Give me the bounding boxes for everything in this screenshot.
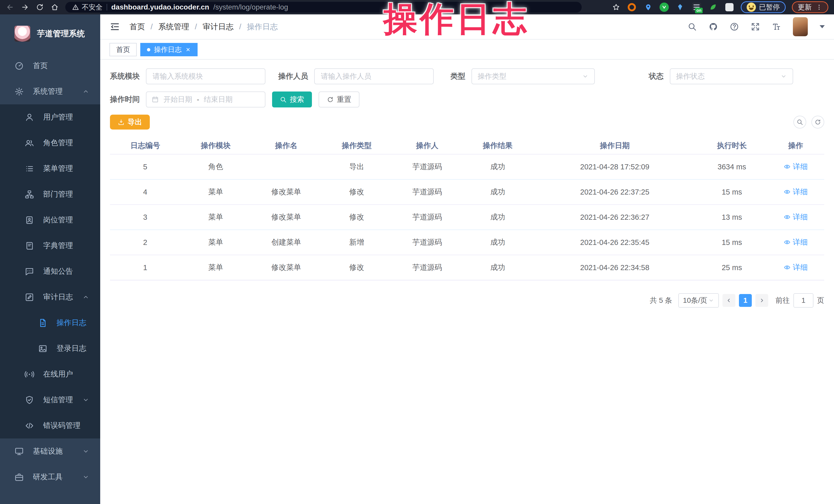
goto-page-input[interactable] [793,293,813,308]
table-cell-action: 详细 [767,154,824,179]
sidebar-item-infrastructure[interactable]: 基础设施 [0,438,100,464]
download-icon [118,119,125,126]
app-title: 芋道管理系统 [37,28,85,39]
module-label: 系统模块 [110,71,140,82]
operator-input[interactable] [314,68,434,84]
sidebar-item-online-users[interactable]: 在线用户 [0,361,100,387]
extension-orange-ring-icon[interactable] [627,2,637,12]
filter-status: 状态 操作状态 [649,68,793,84]
table-cell-duration: 25 ms [697,255,767,280]
breadcrumb-item[interactable]: 首页 [130,22,145,32]
refresh-table-button[interactable] [811,116,824,129]
breadcrumb-item[interactable]: 系统管理 [158,22,189,32]
sidebar-collapse-icon[interactable] [109,21,120,32]
table-row: 4菜单修改菜单修改芋道源码成功2021-04-26 22:37:2515 ms详… [110,179,824,204]
table-cell-action: 详细 [767,204,824,230]
sidebar-item-user-management[interactable]: 用户管理 [0,104,100,130]
table-header-row: 日志编号操作模块操作名操作类型操作人操作结果操作日期执行时长操作 [110,137,824,154]
browser-forward-icon[interactable] [21,3,29,12]
sidebar-item-system-management[interactable]: 系统管理 [0,79,100,104]
github-icon[interactable] [709,22,718,31]
extensions-puzzle-icon[interactable] [724,2,734,12]
browser-back-icon[interactable] [6,3,15,12]
browser-menu-dots-icon[interactable] [816,3,822,12]
badge-icon [25,215,36,225]
date-range-picker[interactable]: 开始日期 - 结束日期 [146,91,265,107]
sidebar-item-login-log[interactable]: 登录日志 [0,336,100,361]
sidebar-item-dept-management[interactable]: 部门管理 [0,181,100,207]
table-cell-operator: 芋道源码 [392,204,462,230]
detail-link[interactable]: 详细 [784,187,808,197]
fullscreen-icon[interactable] [751,22,760,31]
monitor-icon [15,447,25,456]
app-logo[interactable]: 芋道管理系统 [0,15,100,53]
search-icon[interactable] [687,22,697,31]
sidebar-item-label: 用户管理 [43,112,73,122]
profile-paused-chip[interactable]: 已暂停 [741,1,786,13]
sidebar-item-sms-management[interactable]: 短信管理 [0,387,100,413]
sidebar-item-notice-announcement[interactable]: 通知公告 [0,259,100,284]
sidebar-item-dict-management[interactable]: 字典管理 [0,233,100,259]
main-area: 首页/系统管理/审计日志/操作日志 首页 操作日志 [100,15,834,504]
module-input[interactable] [146,68,265,84]
next-page-button[interactable] [755,294,768,307]
export-button[interactable]: 导出 [110,115,150,130]
sidebar-item-label: 部门管理 [43,189,73,199]
chevron-up-icon [82,88,89,95]
sidebar-item-dev-tools[interactable]: 研发工具 [0,464,100,490]
operator-label: 操作人员 [278,71,308,82]
table-cell-result: 成功 [462,255,533,280]
detail-link[interactable]: 详细 [784,262,808,273]
bookmark-star-icon[interactable] [612,3,620,12]
table-cell-type: 修改 [322,179,392,204]
extension-switch-icon[interactable]: on [692,2,702,12]
type-select[interactable]: 操作类型 [471,68,595,84]
detail-link[interactable]: 详细 [784,162,808,172]
browser-update-chip[interactable]: 更新 [792,1,828,13]
reset-button[interactable]: 重置 [319,91,359,107]
tag-operate-log[interactable]: 操作日志 [140,43,198,56]
detail-link[interactable]: 详细 [784,212,808,222]
security-label: 不安全 [82,3,103,12]
extension-on-badge: on [695,8,703,13]
page-size-select[interactable]: 10条/页 [678,293,719,308]
sidebar-item-menu-management[interactable]: 菜单管理 [0,156,100,181]
table-cell-duration: 15 ms [697,230,767,255]
browser-home-icon[interactable] [50,3,59,12]
sidebar-item-post-management[interactable]: 岗位管理 [0,207,100,233]
sidebar-item-operate-log[interactable]: 操作日志 [0,310,100,336]
shield-icon [25,395,36,405]
sidebar-item-home[interactable]: 首页 [0,53,100,79]
breadcrumb-item[interactable]: 审计日志 [203,22,234,32]
table-cell-date: 2021-04-26 22:34:58 [533,255,697,280]
sidebar-item-role-management[interactable]: 角色管理 [0,130,100,156]
extension-v-icon[interactable] [660,3,669,12]
page-1-button[interactable]: 1 [739,294,752,307]
tag-home[interactable]: 首页 [109,43,137,56]
top-navbar: 首页/系统管理/审计日志/操作日志 [100,15,834,40]
extension-pin-icon[interactable] [643,2,653,12]
detail-link[interactable]: 详细 [784,237,808,247]
search-button[interactable]: 搜索 [272,91,312,107]
sidebar-item-error-code-management[interactable]: 错误码管理 [0,413,100,438]
extension-gem-icon[interactable] [675,2,685,12]
security-warning[interactable]: 不安全 [72,3,103,12]
extension-leaf-icon[interactable] [708,2,718,12]
sidebar-item-audit-log[interactable]: 审计日志 [0,284,100,310]
avatar-caret-down-icon[interactable] [819,25,825,28]
close-icon[interactable] [185,47,191,52]
avatar[interactable] [793,17,808,36]
page-unit-label: 页 [817,295,824,305]
font-size-icon[interactable] [772,22,781,31]
online-icon [25,370,36,379]
dictionary-icon [25,241,36,250]
prev-page-button[interactable] [723,294,736,307]
browser-reload-icon[interactable] [36,3,44,12]
toggle-search-button[interactable] [793,116,806,129]
address-bar[interactable]: 不安全 dashboard.yudao.iocoder.cn/system/lo… [65,2,582,13]
sidebar-item-label: 研发工具 [33,472,63,482]
table-cell-id: 1 [110,255,180,280]
status-select[interactable]: 操作状态 [670,68,793,84]
help-icon[interactable] [730,22,739,31]
table-cell-name [251,154,322,179]
